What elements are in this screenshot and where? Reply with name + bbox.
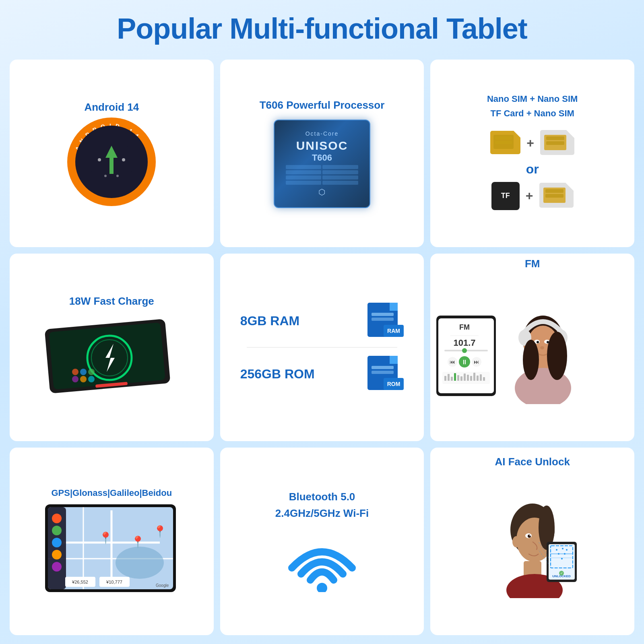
svg-text:101.7: 101.7 (454, 338, 476, 348)
svg-rect-75 (473, 373, 475, 381)
svg-point-9 (98, 158, 101, 161)
svg-point-12 (116, 175, 119, 177)
svg-rect-69 (454, 373, 456, 381)
sim-card-1 (490, 131, 520, 156)
proc-grid-c8 (322, 181, 358, 185)
svg-marker-41 (390, 303, 398, 311)
charge-visual-wrapper (18, 312, 206, 400)
svg-text:⏭: ⏭ (474, 359, 479, 365)
ram-label: 8GB RAM (240, 314, 300, 328)
svg-point-58 (462, 348, 467, 353)
proc-grid-c1 (286, 165, 322, 169)
svg-rect-17 (495, 141, 512, 144)
fm-cell: FM FM 101.7 ⏮ ⏸ ⏭ (430, 254, 634, 441)
svg-point-130 (562, 548, 564, 549)
svg-point-131 (566, 549, 568, 551)
svg-point-104 (52, 550, 62, 559)
svg-rect-74 (470, 376, 472, 381)
svg-text:📍: 📍 (153, 525, 167, 538)
processor-image: Octa-Core UNISOC T606 ⬡ (274, 120, 370, 208)
svg-rect-78 (483, 377, 485, 381)
svg-text:Google: Google (156, 583, 169, 588)
svg-point-120 (529, 535, 530, 536)
svg-rect-73 (467, 375, 469, 381)
sim-title-1: Nano SIM + Nano SIM (487, 94, 578, 104)
proc-grid-c4 (322, 170, 358, 174)
svg-point-91 (547, 332, 567, 380)
sim-card-3 (539, 183, 574, 209)
processor-title: T606 Powerful Processor (260, 99, 385, 111)
svg-rect-49 (372, 371, 394, 374)
proc-label: Octa-Core (305, 130, 339, 137)
android-logo: ANDROID 14 (67, 118, 156, 206)
processor-cell: T606 Powerful Processor Octa-Core UNISOC… (220, 60, 424, 247)
svg-rect-22 (546, 141, 564, 145)
svg-rect-66 (444, 376, 446, 381)
svg-text:¥10,777: ¥10,777 (106, 580, 122, 584)
feature-grid: Android 14 ANDROID 14 (0, 53, 644, 644)
sim-row-1: + (490, 130, 574, 157)
fm-person-svg (495, 308, 575, 404)
svg-point-99 (116, 547, 164, 579)
svg-marker-47 (390, 356, 398, 364)
svg-point-38 (80, 376, 87, 382)
fm-title: FM (525, 258, 540, 270)
svg-point-37 (72, 376, 78, 382)
or-text: or (526, 162, 539, 177)
svg-point-134 (561, 558, 563, 559)
svg-point-101 (52, 514, 62, 523)
face-svg: UNLOCKED ✓ (476, 502, 589, 598)
svg-rect-76 (477, 376, 479, 381)
svg-point-35 (80, 369, 87, 375)
charge-title: 18W Fast Charge (69, 295, 154, 308)
svg-text:¥26,552: ¥26,552 (72, 580, 88, 584)
charge-svg (43, 316, 180, 396)
svg-point-117 (512, 536, 520, 547)
svg-text:📍: 📍 (99, 531, 113, 545)
svg-rect-77 (480, 374, 482, 381)
proc-model: T606 (312, 153, 332, 163)
face-visual: UNLOCKED ✓ (438, 472, 626, 627)
sim-title-block: Nano SIM + Nano SIM TF Card + Nano SIM (487, 94, 578, 123)
svg-text:⏮: ⏮ (450, 359, 455, 365)
wifi-icon-visual (286, 532, 358, 592)
svg-point-36 (88, 369, 95, 375)
proc-grid-c7 (286, 181, 322, 185)
bluetooth-title: Bluetooth 5.0 (289, 491, 355, 503)
ram-row: 8GB RAM RAM (228, 295, 416, 347)
svg-text:ROM: ROM (387, 381, 400, 387)
svg-rect-48 (372, 366, 394, 369)
plus-2: + (526, 188, 533, 203)
fm-visual: FM 101.7 ⏮ ⏸ ⏭ (434, 274, 630, 437)
proc-grid-c2 (322, 165, 358, 169)
svg-point-92 (523, 340, 539, 380)
svg-rect-27 (545, 194, 564, 198)
svg-rect-42 (372, 313, 394, 316)
android-title: Android 14 (84, 101, 139, 114)
svg-point-102 (52, 526, 62, 535)
rom-label: 256GB ROM (240, 367, 315, 382)
svg-rect-70 (457, 375, 459, 381)
sim-row-2: TF + (491, 182, 574, 210)
gps-map-svg: ¥26,552 ¥10,777 📍 📍 📍 Google (43, 502, 180, 595)
page-title: Popular Multi-functional Tablet (0, 0, 644, 53)
svg-rect-72 (464, 374, 466, 381)
android-icon-svg (87, 138, 136, 186)
charge-cell: 18W Fast Charge (10, 254, 214, 441)
rom-row: 256GB ROM ROM (228, 348, 416, 400)
svg-rect-16 (495, 136, 512, 140)
svg-rect-71 (460, 376, 462, 381)
sim-cell: Nano SIM + Nano SIM TF Card + Nano SIM + (430, 60, 634, 247)
svg-point-105 (52, 562, 62, 572)
fm-tablet-svg: FM 101.7 ⏮ ⏸ ⏭ (434, 314, 499, 398)
gps-title: GPS|Glonass|Galileo|Beidou (52, 488, 172, 498)
svg-rect-67 (448, 374, 450, 381)
svg-point-129 (556, 549, 557, 551)
svg-point-114 (317, 583, 327, 592)
rom-icon: ROM (365, 356, 404, 392)
svg-point-133 (564, 553, 566, 555)
plus-1: + (526, 136, 534, 151)
gps-map-wrapper: ¥26,552 ¥10,777 📍 📍 📍 Google (43, 502, 180, 595)
bluetooth-cell: Bluetooth 5.0 2.4GHz/5GHz Wi-Fi (220, 448, 424, 635)
face-cell: AI Face Unlock (430, 448, 634, 635)
